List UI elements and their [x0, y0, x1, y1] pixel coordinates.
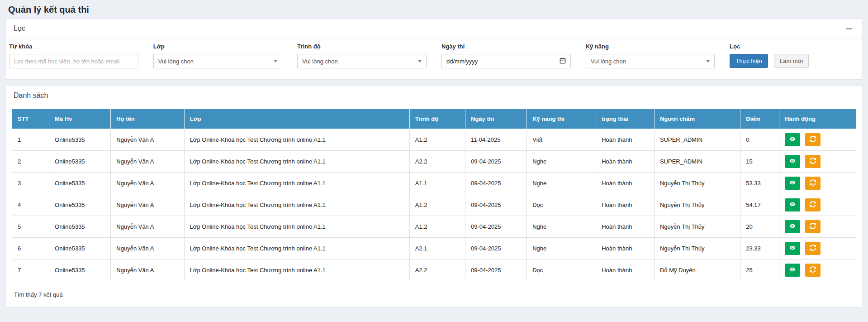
table-header-row: STTMã HvHọ tênLớpTrình độNgày thiKỹ năng… [12, 109, 856, 129]
eye-icon [789, 136, 796, 144]
reset-filter-button[interactable]: Làm mới [774, 54, 809, 68]
chevron-down-icon [274, 60, 277, 62]
column-header: STT [12, 109, 49, 129]
view-result-button[interactable] [785, 177, 800, 190]
view-result-button[interactable] [785, 220, 800, 233]
view-result-button[interactable] [785, 242, 800, 255]
cell-student-name: Nguyễn Văn A [111, 260, 184, 281]
filter-actions-label: Lọc [730, 43, 859, 50]
collapse-panel-button[interactable] [844, 24, 854, 33]
calendar-icon[interactable] [560, 58, 566, 65]
cell-score: 23.33 [740, 238, 779, 260]
exam-date-input[interactable]: dd/mm/yyyy [441, 54, 571, 68]
filter-field-skill: Kỹ năng Vui lòng chọn [586, 43, 715, 68]
column-header: Họ tên [111, 109, 184, 129]
refresh-icon [810, 201, 816, 209]
class-select-value: Vui lòng chọn [158, 58, 194, 65]
level-select[interactable]: Vui lòng chọn [297, 54, 427, 68]
cell-student-name: Nguyễn Văn A [111, 151, 184, 173]
cell-stt: 3 [12, 173, 49, 194]
filter-panel: Lọc Từ khóa Lớp Vui lòng chọn Trình độ [6, 19, 862, 80]
keyword-input[interactable] [9, 54, 138, 68]
cell-grader: SUPER_ADMIN [654, 151, 740, 173]
refresh-icon [810, 179, 816, 187]
column-header: Mã Hv [49, 109, 111, 129]
eye-icon [789, 223, 796, 231]
cell-exam-date: 11-04-2025 [465, 129, 527, 151]
cell-student-name: Nguyễn Văn A [111, 216, 184, 238]
cell-status: Hoàn thành [596, 151, 655, 173]
refresh-regrade-button[interactable] [805, 177, 821, 190]
cell-student-code: Online5335 [49, 129, 111, 151]
page-title: Quản lý kết quả thi [0, 0, 868, 19]
table-row: 5 Online5335 Nguyễn Văn A Lớp Online-Khó… [12, 216, 856, 238]
cell-exam-date: 09-04-2025 [465, 216, 527, 238]
cell-class: Lớp Online-Khóa học Test Chương trình on… [184, 238, 409, 260]
table-row: 2 Online5335 Nguyễn Văn A Lớp Online-Khó… [12, 151, 856, 173]
refresh-icon [810, 266, 816, 274]
class-select[interactable]: Vui lòng chọn [153, 54, 283, 68]
cell-class: Lớp Online-Khóa học Test Chương trình on… [184, 173, 409, 194]
cell-skill: Nghe [527, 173, 596, 194]
view-result-button[interactable] [785, 264, 800, 277]
cell-student-code: Online5335 [49, 173, 111, 194]
list-panel: Danh sách STTMã HvHọ tênLớpTrình độNgày … [6, 86, 862, 308]
cell-grader: Nguyễn Thị Thủy [654, 238, 740, 260]
refresh-icon [810, 158, 816, 165]
level-select-value: Vui lòng chọn [302, 58, 337, 65]
refresh-regrade-button[interactable] [805, 133, 821, 146]
cell-skill: Nghe [527, 151, 596, 173]
column-header: Trình độ [409, 109, 465, 129]
column-header: Ngày thi [465, 109, 527, 129]
table-row: 6 Online5335 Nguyễn Văn A Lớp Online-Khó… [12, 238, 856, 260]
eye-icon [789, 158, 796, 165]
view-result-button[interactable] [785, 155, 800, 168]
cell-stt: 6 [12, 238, 49, 260]
chevron-down-icon [418, 60, 422, 62]
filter-panel-title: Lọc [14, 24, 25, 32]
cell-student-code: Online5335 [49, 216, 111, 238]
filter-field-keyword: Từ khóa [9, 43, 138, 68]
exam-date-value: dd/mm/yyyy [446, 58, 478, 65]
list-panel-body: STTMã HvHọ tênLớpTrình độNgày thiKỹ năng… [6, 105, 862, 307]
exam-date-label: Ngày thi [441, 43, 571, 50]
view-result-button[interactable] [785, 133, 800, 146]
cell-status: Hoàn thành [596, 238, 655, 260]
chevron-down-icon [706, 60, 710, 62]
list-panel-title: Danh sách [14, 91, 48, 99]
results-table: STTMã HvHọ tênLớpTrình độNgày thiKỹ năng… [12, 109, 856, 281]
cell-stt: 4 [12, 194, 49, 216]
table-row: 3 Online5335 Nguyễn Văn A Lớp Online-Khó… [12, 173, 856, 194]
submit-filter-button[interactable]: Thực hiện [730, 54, 768, 68]
cell-class: Lớp Online-Khóa học Test Chương trình on… [184, 194, 409, 216]
eye-icon [789, 266, 796, 274]
cell-skill: Đọc [527, 194, 596, 216]
cell-student-code: Online5335 [49, 151, 111, 173]
cell-skill: Viết [527, 129, 596, 151]
cell-actions [779, 238, 856, 260]
column-header: Người chấm [654, 109, 740, 129]
page: Quản lý kết quả thi Lọc Từ khóa Lớp Vui … [0, 0, 868, 322]
cell-level: A2.2 [409, 260, 465, 281]
cell-actions [779, 260, 856, 281]
refresh-regrade-button[interactable] [805, 264, 821, 277]
cell-skill: Nghe [527, 238, 596, 260]
refresh-regrade-button[interactable] [805, 155, 821, 168]
skill-select[interactable]: Vui lòng chọn [586, 54, 715, 68]
filter-field-class: Lớp Vui lòng chọn [153, 43, 283, 68]
cell-student-code: Online5335 [49, 260, 111, 281]
level-label: Trình độ [297, 43, 427, 50]
filter-actions: Lọc Thực hiện Làm mới [730, 43, 859, 68]
refresh-regrade-button[interactable] [805, 198, 821, 211]
cell-grader: Nguyễn Thị Thủy [654, 216, 740, 238]
cell-exam-date: 09-04-2025 [465, 238, 527, 260]
refresh-regrade-button[interactable] [805, 242, 821, 255]
cell-score: 54.17 [740, 194, 779, 216]
refresh-regrade-button[interactable] [805, 220, 821, 233]
cell-class: Lớp Online-Khóa học Test Chương trình on… [184, 260, 409, 281]
cell-score: 25 [740, 260, 779, 281]
view-result-button[interactable] [785, 198, 800, 211]
cell-class: Lớp Online-Khóa học Test Chương trình on… [184, 129, 409, 151]
filter-fields-row: Từ khóa Lớp Vui lòng chọn Trình độ Vui l… [6, 38, 862, 79]
cell-student-name: Nguyễn Văn A [111, 194, 184, 216]
